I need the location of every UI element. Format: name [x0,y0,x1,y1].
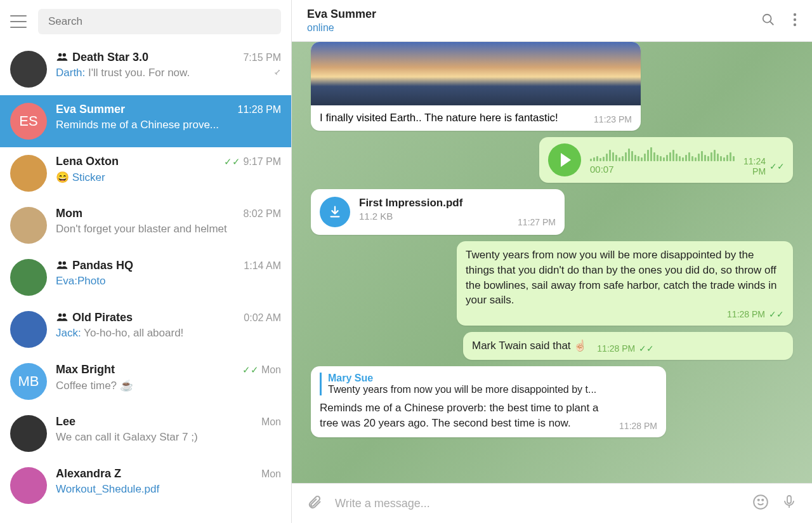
avatar [10,259,47,296]
chat-list[interactable]: Death Star 3.07:15 PMDarth: I'll trust y… [0,43,291,523]
message-time: 11:28 PM [727,309,765,319]
search-icon[interactable] [761,13,775,29]
avatar [10,415,47,452]
svg-point-8 [794,13,796,15]
chat-preview: Coffee time? ☕ [56,379,281,392]
chat-header-info[interactable]: Eva Summer online [307,8,376,34]
chat-preview: 😄 Sticker [56,171,281,184]
chat-preview: We can call it Galaxy Star 7 ;) [56,431,281,444]
chat-preview: Workout_Shedule.pdf [56,483,281,496]
chat-time: 8:02 PM [243,208,281,220]
read-checks-icon: ✓✓ [242,364,259,375]
chat-preview: Jack: Yo-ho-ho, all aboard! [56,327,281,340]
avatar [10,207,47,244]
svg-point-12 [758,500,759,501]
chat-time: Mon [261,468,281,480]
menu-icon[interactable] [10,15,27,28]
read-checks-icon: ✓✓ [639,343,654,354]
chat-item[interactable]: Mom8:02 PMDon't forget your blaster and … [0,199,291,251]
svg-rect-14 [787,496,791,503]
messages-area[interactable]: I finally visited Earth.. The nature her… [292,42,812,483]
svg-point-6 [763,14,771,22]
svg-point-0 [58,53,62,56]
message-time: 11:27 PM [518,217,556,227]
reply-sender: Mary Sue [328,373,657,384]
search-input[interactable] [38,9,281,34]
photo-image[interactable] [311,42,641,105]
avatar: MB [10,363,47,400]
avatar [10,51,47,88]
group-icon [56,259,69,272]
chat-item[interactable]: Alexandra ZMonWorkout_Shedule.pdf [0,460,291,512]
chat-item[interactable]: Pandas HQ1:14 AMEva:Photo [0,251,291,303]
sidebar-header [0,0,291,43]
voice-duration: 00:07 [590,164,735,175]
avatar [10,467,47,504]
message-text[interactable]: Mark Twain said that ☝🏻 11:28 PM ✓✓ [463,332,793,360]
more-icon[interactable] [793,13,797,29]
message-input[interactable] [335,497,740,510]
group-icon [56,311,69,324]
chat-main: Eva Summer online I finally visited Eart… [292,0,812,523]
chat-item[interactable]: LeeMonWe can call it Galaxy Star 7 ;) [0,407,291,460]
svg-point-13 [762,500,763,501]
chat-name: Lee [56,415,75,428]
chat-header-name: Eva Summer [307,8,376,21]
file-name: First Impression.pdf [359,197,509,209]
photo-caption-text: I finally visited Earth.. The nature her… [320,112,558,124]
message-photo[interactable]: I finally visited Earth.. The nature her… [311,42,641,131]
chat-preview: Reminds me of a Chinese prove... [56,119,281,131]
chat-preview: Eva:Photo [56,275,281,288]
chat-item[interactable]: ESEva Summer11:28 PMReminds me of a Chin… [0,95,291,147]
chat-time: 7:15 PM [243,52,281,63]
message-text[interactable]: Twenty years from now you will be more d… [457,241,793,326]
emoji-icon[interactable] [752,494,769,513]
voice-waveform[interactable]: 00:07 [590,146,735,175]
chat-name: Old Pirates [56,311,133,324]
svg-point-2 [58,262,62,265]
avatar [10,155,47,192]
message-body: Reminds me of a Chinese proverb: the bes… [320,401,612,431]
svg-point-11 [754,495,768,509]
read-checks-icon: ✓✓ [224,156,240,167]
chat-time: 0:02 AM [244,312,281,324]
microphone-icon[interactable] [782,494,797,512]
attach-icon[interactable] [307,494,322,512]
chat-preview: Darth: I'll trust you. For now. [56,67,281,80]
message-time: 11:28 PM [597,343,635,354]
reply-text: Twenty years from now you will be more d… [328,384,657,395]
svg-point-10 [794,23,796,25]
message-reply[interactable]: Mary Sue Twenty years from now you will … [311,366,666,437]
file-size: 11.2 KB [359,211,509,222]
chat-preview: Don't forget your blaster and helmet [56,223,281,235]
chat-name: Death Star 3.0 [56,51,148,64]
message-voice[interactable]: 00:07 11:24 PM ✓✓ [539,137,793,183]
chat-name: Pandas HQ [56,259,133,272]
chat-item[interactable]: Death Star 3.07:15 PMDarth: I'll trust y… [0,43,291,95]
message-time: 11:24 PM [743,156,766,176]
sidebar: Death Star 3.07:15 PMDarth: I'll trust y… [0,0,292,523]
chat-time: ✓✓Mon [242,364,281,376]
group-icon [56,51,69,64]
pin-icon [271,67,281,80]
reply-preview[interactable]: Mary Sue Twenty years from now you will … [320,373,657,395]
chat-name: Mom [56,207,82,220]
message-time: 11:23 PM [594,114,632,124]
message-body: Twenty years from now you will be more d… [466,248,784,308]
svg-point-5 [63,314,66,317]
chat-name: Alexandra Z [56,467,121,480]
download-icon[interactable] [320,197,350,227]
read-checks-icon: ✓✓ [769,309,784,319]
read-checks-icon: ✓✓ [769,161,785,171]
message-file[interactable]: First Impression.pdf 11.2 KB 11:27 PM [311,189,565,235]
avatar: ES [10,103,47,140]
message-body: Mark Twain said that ☝🏻 [472,338,587,354]
chat-name: Lena Oxton [56,155,119,168]
chat-time: Mon [261,416,281,428]
play-button[interactable] [548,143,581,176]
message-time: 11:28 PM [619,421,657,431]
chat-item[interactable]: MBMax Bright✓✓MonCoffee time? ☕ [0,355,291,407]
chat-item[interactable]: Old Pirates0:02 AMJack: Yo-ho-ho, all ab… [0,303,291,355]
chat-item[interactable]: Lena Oxton✓✓9:17 PM😄 Sticker [0,147,291,199]
svg-line-7 [770,21,774,25]
